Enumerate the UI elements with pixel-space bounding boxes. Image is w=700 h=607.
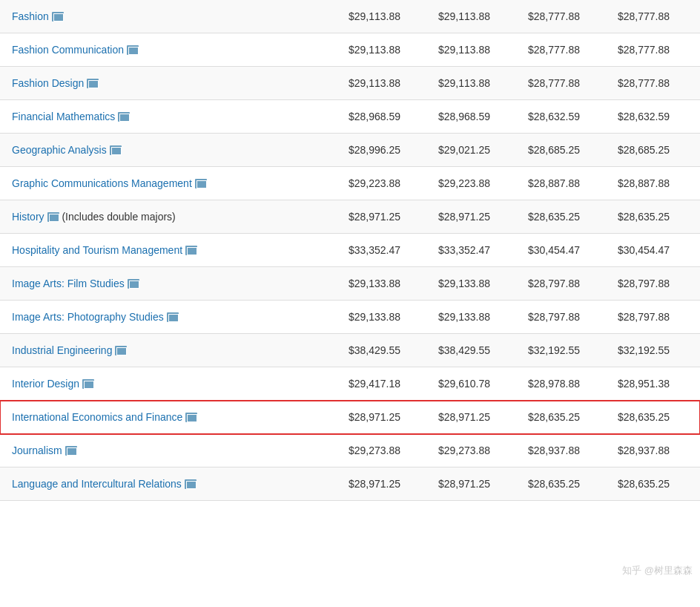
fee-cell-col1: $28,971.25 xyxy=(341,401,431,434)
program-link[interactable]: Hospitality and Tourism Management xyxy=(12,244,182,256)
fee-cell-col1: $29,417.18 xyxy=(341,367,431,401)
program-link[interactable]: History xyxy=(12,211,44,223)
fee-cell-col2: $28,971.25 xyxy=(431,467,521,501)
fee-cell-col3: $28,797.88 xyxy=(521,267,610,301)
fee-cell-col4: $28,951.38 xyxy=(610,367,700,401)
fee-cell-col3: $28,777.88 xyxy=(521,67,610,100)
program-link[interactable]: Fashion xyxy=(12,10,49,22)
fee-cell-col2: $29,113.88 xyxy=(431,0,521,33)
fee-cell-col4: $28,777.88 xyxy=(610,0,700,33)
program-link[interactable]: Fashion Communication xyxy=(12,44,124,56)
table-icon xyxy=(87,79,99,88)
fee-cell-col4: $28,797.88 xyxy=(610,267,700,301)
table-icon xyxy=(127,45,139,55)
program-cell: Industrial Engineering xyxy=(0,334,341,367)
table-row: Image Arts: Film Studies$29,133.88$29,13… xyxy=(0,267,700,301)
table-icon xyxy=(195,179,207,188)
fee-cell-col3: $28,777.88 xyxy=(521,0,610,33)
program-cell: International Economics and Finance xyxy=(0,401,341,434)
program-cell: Fashion Communication xyxy=(0,33,341,67)
fee-cell-col4: $28,887.88 xyxy=(610,167,700,200)
fee-cell-col3: $28,632.59 xyxy=(521,100,610,134)
fee-cell-col4: $28,632.59 xyxy=(610,100,700,134)
table-row: Fashion Design$29,113.88$29,113.88$28,77… xyxy=(0,67,700,100)
program-cell: Hospitality and Tourism Management xyxy=(0,234,341,267)
program-cell: Journalism xyxy=(0,434,341,467)
program-link[interactable]: Journalism xyxy=(12,444,62,456)
fee-cell-col1: $29,113.88 xyxy=(341,0,431,33)
program-link[interactable]: Geographic Analysis xyxy=(12,144,107,156)
program-cell: Graphic Communications Management xyxy=(0,167,341,200)
fee-cell-col2: $29,113.88 xyxy=(431,67,521,100)
program-cell: Image Arts: Photography Studies xyxy=(0,301,341,334)
fee-cell-col1: $33,352.47 xyxy=(341,234,431,267)
table-row: Image Arts: Photography Studies$29,133.8… xyxy=(0,301,700,334)
program-link[interactable]: Graphic Communications Management xyxy=(12,177,192,189)
fee-cell-col1: $28,971.25 xyxy=(341,200,431,234)
program-cell: Fashion xyxy=(0,0,341,33)
fee-cell-col3: $28,797.88 xyxy=(521,301,610,334)
program-link[interactable]: Industrial Engineering xyxy=(12,344,112,356)
table-icon xyxy=(185,413,197,422)
program-link[interactable]: Language and Intercultural Relations xyxy=(12,478,182,490)
fee-cell-col2: $33,352.47 xyxy=(431,234,521,267)
fee-cell-col4: $30,454.47 xyxy=(610,234,700,267)
fee-cell-col1: $29,113.88 xyxy=(341,67,431,100)
fee-cell-col1: $29,223.88 xyxy=(341,167,431,200)
table-icon xyxy=(52,12,64,22)
fee-cell-col1: $28,996.25 xyxy=(341,134,431,167)
program-cell: Geographic Analysis xyxy=(0,134,341,167)
fee-cell-col2: $29,223.88 xyxy=(431,167,521,200)
fee-cell-col1: $29,133.88 xyxy=(341,267,431,301)
fee-cell-col2: $29,133.88 xyxy=(431,301,521,334)
table-row: Interior Design$29,417.18$29,610.78$28,9… xyxy=(0,367,700,401)
program-cell: Fashion Design xyxy=(0,67,341,100)
program-link[interactable]: Fashion Design xyxy=(12,77,84,89)
fee-cell-col3: $28,635.25 xyxy=(521,467,610,501)
table-icon xyxy=(110,145,122,155)
fee-cell-col1: $28,968.59 xyxy=(341,100,431,134)
fee-cell-col4: $28,777.88 xyxy=(610,33,700,67)
fee-cell-col3: $28,887.88 xyxy=(521,167,610,200)
fee-cell-col1: $29,133.88 xyxy=(341,301,431,334)
fee-cell-col3: $28,937.88 xyxy=(521,434,610,467)
program-cell: Interior Design xyxy=(0,367,341,401)
program-cell: History (Includes double majors) xyxy=(0,200,341,234)
fee-cell-col3: $28,635.25 xyxy=(521,200,610,234)
table-row: Industrial Engineering$38,429.55$38,429.… xyxy=(0,334,700,367)
fee-cell-col2: $28,971.25 xyxy=(431,200,521,234)
fee-cell-col2: $28,971.25 xyxy=(431,401,521,434)
program-cell: Language and Intercultural Relations xyxy=(0,467,341,501)
fee-cell-col1: $28,971.25 xyxy=(341,467,431,501)
fee-cell-col4: $28,635.25 xyxy=(610,200,700,234)
fee-cell-col4: $28,635.25 xyxy=(610,401,700,434)
fee-cell-col2: $28,968.59 xyxy=(431,100,521,134)
fee-cell-col1: $29,273.88 xyxy=(341,434,431,467)
table-icon xyxy=(115,346,127,355)
fee-cell-col1: $29,113.88 xyxy=(341,33,431,67)
program-link[interactable]: Financial Mathematics xyxy=(12,111,115,122)
table-icon xyxy=(82,379,94,389)
program-cell: Image Arts: Film Studies xyxy=(0,267,341,301)
program-link[interactable]: Interior Design xyxy=(12,378,79,390)
program-note: (Includes double majors) xyxy=(59,211,176,223)
fee-cell-col3: $28,635.25 xyxy=(521,401,610,434)
table-row: Hospitality and Tourism Management$33,35… xyxy=(0,234,700,267)
table-icon xyxy=(185,246,197,255)
table-icon xyxy=(65,446,77,456)
table-icon xyxy=(185,479,197,489)
program-link[interactable]: International Economics and Finance xyxy=(12,411,182,423)
fee-cell-col2: $29,021.25 xyxy=(431,134,521,167)
table-icon xyxy=(118,112,130,122)
program-link[interactable]: Image Arts: Film Studies xyxy=(12,278,125,289)
table-row: History (Includes double majors)$28,971.… xyxy=(0,200,700,234)
program-cell: Financial Mathematics xyxy=(0,100,341,134)
table-row: Journalism$29,273.88$29,273.88$28,937.88… xyxy=(0,434,700,467)
table-icon xyxy=(47,212,59,222)
fee-cell-col4: $28,937.88 xyxy=(610,434,700,467)
program-link[interactable]: Image Arts: Photography Studies xyxy=(12,311,164,323)
fee-cell-col2: $29,273.88 xyxy=(431,434,521,467)
table-icon xyxy=(167,312,179,322)
fee-cell-col4: $28,777.88 xyxy=(610,67,700,100)
fee-cell-col4: $28,685.25 xyxy=(610,134,700,167)
